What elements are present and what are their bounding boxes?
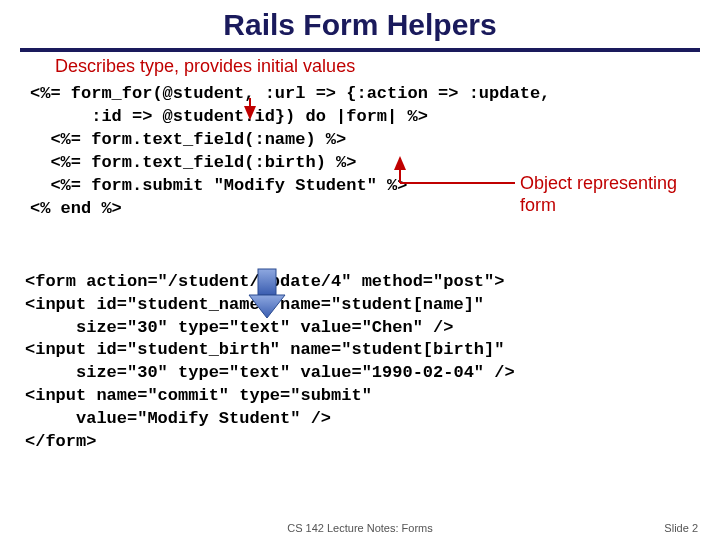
slide-title: Rails Form Helpers	[0, 0, 720, 48]
title-underline	[20, 48, 700, 52]
footer-slide-number: Slide 2	[664, 522, 698, 534]
footer-center: CS 142 Lecture Notes: Forms	[0, 522, 720, 534]
slide-footer: CS 142 Lecture Notes: Forms Slide 2	[0, 522, 720, 534]
annotation-line1: Object representing	[520, 173, 677, 193]
subtitle: Describes type, provides initial values	[55, 56, 720, 77]
annotation-object: Object representing form	[520, 173, 677, 216]
annotation-line2: form	[520, 195, 556, 215]
html-output-code-block: <form action="/student/update/4" method=…	[25, 271, 720, 455]
